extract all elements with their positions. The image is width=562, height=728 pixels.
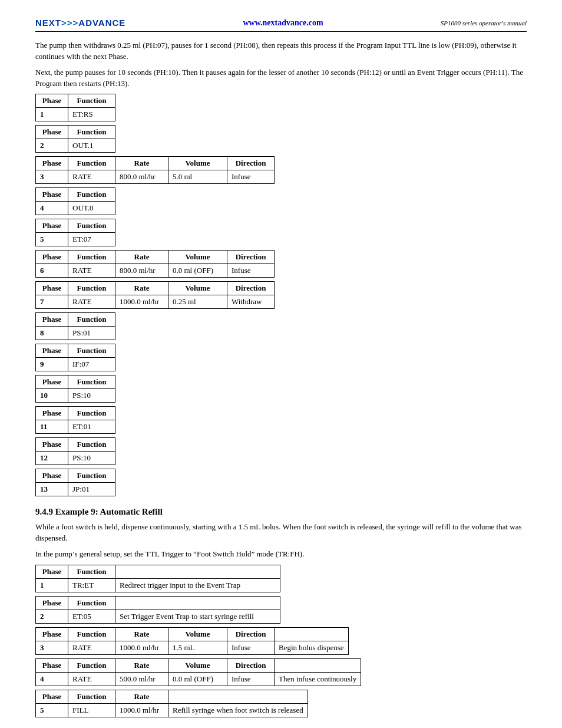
bottom-phase-3-func: RATE: [68, 641, 115, 654]
phase-6-table: Phase Function Rate Volume Direction 6 R…: [35, 250, 527, 278]
col-header-function: Function: [68, 94, 115, 108]
phase-12-num: 12: [36, 452, 68, 465]
phase-1-table: Phase Function 1 ET:RS: [35, 94, 527, 121]
phase-13-table: Phase Function 13 JP:01: [35, 469, 527, 496]
phase-12-table: Phase Function 12 PS:10: [35, 437, 527, 465]
phase-7-volume: 0.25 ml: [168, 295, 227, 309]
section-heading: 9.4.9 Example 9: Automatic Refill: [35, 507, 527, 517]
col-header-function: Function: [68, 344, 115, 358]
phase-3-volume: 5.0 ml: [168, 170, 227, 184]
col-header-volume: Volume: [168, 282, 227, 295]
phase-3-rate: 800.0 ml/hr: [115, 170, 168, 184]
phase-10-func: PS:10: [68, 389, 115, 403]
phase-7-rate: 1000.0 ml/hr: [115, 295, 168, 309]
phase-8-num: 8: [36, 327, 68, 340]
phase-9-func: IF:07: [68, 358, 115, 371]
col-header-phase: Phase: [36, 313, 68, 327]
col-header-phase: Phase: [36, 126, 68, 139]
bottom-phase-1-table: Phase Function 1 TR:ET Redirect trigger …: [35, 565, 527, 592]
col-header-rate: Rate: [115, 282, 168, 295]
phase-1-func: ET:RS: [68, 108, 115, 121]
col-header-direction: Direction: [227, 251, 275, 264]
bottom-phase-1-func: TR:ET: [68, 578, 115, 592]
col-header-function: Function: [68, 188, 115, 202]
col-header-function: Function: [68, 469, 115, 483]
manual-title: SP1000 series operator's manual: [441, 19, 527, 27]
col-header-rate: Rate: [115, 658, 168, 672]
phase-2-table: Phase Function 2 OUT.1: [35, 125, 527, 153]
col-header-rate: Rate: [115, 627, 168, 641]
col-header-function: Function: [68, 596, 115, 610]
phase-10-table: Phase Function 10 PS:10: [35, 375, 527, 403]
company-logo: NEXT>>>ADVANCE: [35, 18, 125, 28]
col-header-phase: Phase: [36, 157, 68, 170]
bottom-phase-3-note-val: Begin bolus dispense: [275, 641, 349, 654]
bottom-phase-4-direction: Infuse: [227, 672, 275, 686]
col-header-volume: Volume: [168, 157, 227, 170]
col-header-phase: Phase: [36, 469, 68, 483]
bottom-phase-2-num: 2: [36, 610, 68, 623]
phase-5-num: 5: [36, 233, 68, 246]
phase-4-num: 4: [36, 202, 68, 215]
phase-7-func: RATE: [68, 295, 115, 309]
phase-10-num: 10: [36, 389, 68, 403]
col-header-function: Function: [68, 251, 115, 264]
col-header-direction: Direction: [227, 282, 275, 295]
col-header-function: Function: [68, 565, 115, 578]
phase-6-volume: 0.0 ml (OFF): [168, 264, 227, 278]
phase-9-table: Phase Function 9 IF:07: [35, 344, 527, 371]
bottom-phase-1-note-val: Redirect trigger input to the Event Trap: [115, 578, 280, 592]
phase-1-num: 1: [36, 108, 68, 121]
bottom-phase-2-table: Phase Function 2 ET:05 Set Trigger Event…: [35, 596, 527, 624]
col-header-direction: Direction: [227, 157, 275, 170]
page-header: NEXT>>>ADVANCE www.nextadvance.com SP100…: [35, 18, 527, 32]
bottom-phase-5-rate: 1000.0 ml/hr: [115, 703, 168, 717]
bottom-phase-2-note-val: Set Trigger Event Trap to start syringe …: [115, 610, 280, 623]
bottom-phase-3-num: 3: [36, 641, 68, 654]
phase-6-rate: 800.0 ml/hr: [115, 264, 168, 278]
bottom-phase-3-note-header: [275, 627, 349, 641]
phase-4-table: Phase Function 4 OUT.0: [35, 187, 527, 215]
phase-6-num: 6: [36, 264, 68, 278]
bottom-phase-5-func: FILL: [68, 703, 115, 717]
col-header-direction: Direction: [227, 627, 275, 641]
bottom-phase-4-num: 4: [36, 672, 68, 686]
bottom-phase-4-rate: 500.0 ml/hr: [115, 672, 168, 686]
bottom-phase-3-direction: Infuse: [227, 641, 275, 654]
phase-9-num: 9: [36, 358, 68, 371]
col-header-phase: Phase: [36, 251, 68, 264]
phase-7-table: Phase Function Rate Volume Direction 7 R…: [35, 281, 527, 309]
col-header-volume: Volume: [168, 658, 227, 672]
phase-4-func: OUT.0: [68, 202, 115, 215]
col-header-function: Function: [68, 407, 115, 420]
col-header-phase: Phase: [36, 565, 68, 578]
bottom-phase-3-rate: 1000.0 ml/hr: [115, 641, 168, 654]
phase-13-num: 13: [36, 483, 68, 496]
phase-3-num: 3: [36, 170, 68, 184]
phase-6-func: RATE: [68, 264, 115, 278]
col-header-function: Function: [68, 627, 115, 641]
col-header-phase: Phase: [36, 188, 68, 202]
col-header-phase: Phase: [36, 344, 68, 358]
website-url[interactable]: www.nextadvance.com: [243, 18, 323, 28]
bottom-phase-1-num: 1: [36, 578, 68, 592]
bottom-phase-4-func: RATE: [68, 672, 115, 686]
col-header-function: Function: [68, 375, 115, 389]
phase-13-func: JP:01: [68, 483, 115, 496]
phase-7-num: 7: [36, 295, 68, 309]
phase-6-direction: Infuse: [227, 264, 275, 278]
col-header-function: Function: [68, 126, 115, 139]
col-header-phase: Phase: [36, 282, 68, 295]
bottom-phase-4-note-val: Then infuse continuously: [275, 672, 361, 686]
col-header-direction: Direction: [227, 658, 275, 672]
bottom-phase-5-num: 5: [36, 703, 68, 717]
phase-3-table: Phase Function Rate Volume Direction 3 R…: [35, 156, 527, 184]
col-header-phase: Phase: [36, 375, 68, 389]
col-header-phase: Phase: [36, 627, 68, 641]
col-header-function: Function: [68, 219, 115, 233]
phase-5-table: Phase Function 5 ET:07: [35, 219, 527, 246]
bottom-phase-5-table: Phase Function Rate 5 FILL 1000.0 ml/hr …: [35, 690, 527, 717]
phase-11-table: Phase Function 11 ET:01: [35, 406, 527, 434]
col-header-phase: Phase: [36, 690, 68, 703]
col-header-function: Function: [68, 690, 115, 703]
